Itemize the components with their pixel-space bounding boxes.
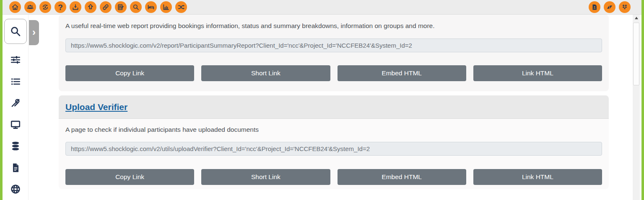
shuffle-icon[interactable]	[175, 1, 187, 13]
question-glyph: ?	[58, 3, 63, 11]
contact-file-icon[interactable]	[589, 1, 600, 13]
top-toolbar: ?	[3, 0, 641, 15]
vertical-scrollbar[interactable]	[633, 15, 640, 200]
sidebar-filters-button[interactable]	[3, 49, 29, 71]
toolbar-right-group	[585, 1, 631, 13]
section-description: A useful real-time web report providing …	[65, 22, 602, 30]
dropbox-icon[interactable]	[619, 1, 631, 13]
sidebar-database-button[interactable]	[3, 135, 29, 157]
scroll-up-arrow-icon[interactable]	[633, 15, 640, 21]
users-icon[interactable]	[24, 1, 36, 13]
link-actions-row: Copy Link Short Link Embed HTML Link HTM…	[65, 169, 602, 185]
document-icon	[10, 162, 21, 173]
link-html-button[interactable]: Link HTML	[473, 169, 602, 185]
sidebar-list-button[interactable]	[3, 71, 29, 92]
monitor-icon	[10, 119, 21, 130]
section-body: A page to check if individual participan…	[59, 119, 609, 185]
sidebar-globe-button[interactable]	[3, 179, 29, 200]
upload-verifier-section: Upload Verifier A page to check if indiv…	[59, 95, 609, 189]
left-window-border	[0, 0, 3, 200]
link-actions-row: Copy Link Short Link Embed HTML Link HTM…	[65, 65, 602, 81]
chevron-right-icon: ›	[32, 27, 36, 37]
sync-settings-icon[interactable]	[39, 1, 51, 13]
globe-icon	[10, 184, 21, 195]
section-header: Upload Verifier	[59, 95, 609, 119]
hotel-bed-icon[interactable]	[145, 1, 157, 13]
filters-icon	[10, 54, 21, 65]
upload-icon[interactable]	[85, 1, 96, 13]
sidebar-search-button[interactable]	[4, 19, 27, 44]
link-icon[interactable]	[100, 1, 112, 13]
list-icon	[10, 76, 21, 87]
tools-icon	[10, 97, 21, 108]
copy-link-button[interactable]: Copy Link	[65, 65, 194, 81]
verifier-url-input[interactable]	[65, 142, 602, 156]
main-content: A useful real-time web report providing …	[59, 15, 609, 200]
sidebar-expand-handle[interactable]: ›	[29, 20, 39, 45]
embed-html-button[interactable]: Embed HTML	[338, 65, 466, 81]
section-description: A page to check if individual participan…	[65, 126, 602, 133]
scrollbar-thumb[interactable]	[633, 23, 639, 85]
help-icon[interactable]: ?	[55, 1, 66, 13]
zendesk-icon[interactable]	[604, 1, 615, 13]
home-icon[interactable]	[9, 1, 21, 13]
form-edit-icon[interactable]	[115, 1, 127, 13]
link-html-button[interactable]: Link HTML	[473, 65, 602, 81]
right-window-border	[641, 0, 644, 200]
search-icon[interactable]	[130, 1, 142, 13]
short-link-button[interactable]: Short Link	[201, 65, 330, 81]
short-link-button[interactable]: Short Link	[201, 169, 330, 185]
database-icon	[10, 141, 21, 151]
download-icon[interactable]	[70, 1, 81, 13]
sidebar-document-button[interactable]	[3, 157, 29, 179]
bar-chart-icon[interactable]	[160, 1, 172, 13]
participant-summary-report-section: A useful real-time web report providing …	[59, 15, 609, 91]
sidebar-tools-button[interactable]	[3, 92, 29, 114]
embed-html-button[interactable]: Embed HTML	[338, 169, 466, 185]
report-url-input[interactable]	[65, 38, 602, 52]
sidebar-monitor-button[interactable]	[3, 114, 29, 136]
app-window: ?	[0, 0, 644, 200]
search-icon	[10, 26, 21, 37]
upload-verifier-link[interactable]: Upload Verifier	[65, 102, 127, 112]
left-sidebar	[3, 15, 29, 200]
copy-link-button[interactable]: Copy Link	[65, 169, 194, 185]
